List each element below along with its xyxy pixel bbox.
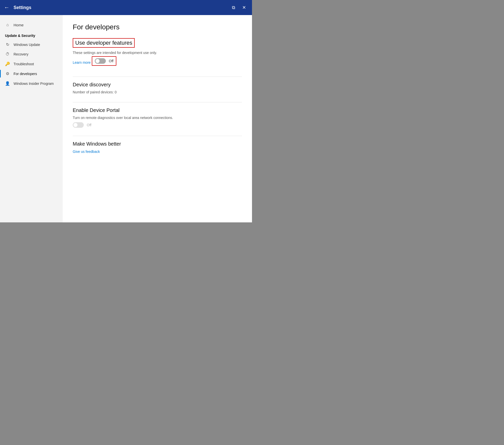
- sidebar-item-label: Windows Insider Program: [14, 82, 54, 86]
- developer-toggle-label: Off: [109, 59, 113, 63]
- device-discovery-title: Device discovery: [73, 82, 242, 88]
- sidebar-item-recovery[interactable]: ⏱ Recovery: [0, 49, 63, 59]
- toggle-thumb: [96, 59, 100, 63]
- developer-toggle-container: Off: [92, 56, 116, 66]
- home-icon: ⌂: [5, 23, 10, 27]
- toggle-track: [95, 58, 106, 64]
- sidebar-item-troubleshoot[interactable]: 🔑 Troubleshoot: [0, 59, 63, 69]
- sidebar-item-windows-update[interactable]: ↻ Windows Update: [0, 40, 63, 49]
- sidebar-item-label: Recovery: [14, 52, 28, 56]
- content-area: For developers Use developer features Th…: [63, 15, 252, 222]
- enable-device-portal-section: Enable Device Portal Turn on remote diag…: [73, 107, 242, 128]
- use-developer-features-description: These settings are intended for developm…: [73, 51, 242, 55]
- sidebar-item-home[interactable]: ⌂ Home: [0, 20, 63, 30]
- for-developers-icon: ⚙: [5, 71, 10, 76]
- main-area: ⌂ Home Update & Security ↻ Windows Updat…: [0, 15, 252, 222]
- device-discovery-section: Device discovery Number of paired device…: [73, 82, 242, 94]
- sidebar: ⌂ Home Update & Security ↻ Windows Updat…: [0, 15, 63, 222]
- recovery-icon: ⏱: [5, 52, 10, 56]
- developer-toggle[interactable]: [95, 58, 106, 64]
- use-developer-features-section: Use developer features These settings ar…: [73, 38, 242, 69]
- sidebar-item-label: For developers: [14, 72, 37, 76]
- close-button[interactable]: ✕: [240, 4, 248, 11]
- sidebar-item-label: Windows Update: [14, 43, 40, 47]
- title-bar-controls: ⧉ ✕: [230, 4, 248, 11]
- settings-window: ← Settings ⧉ ✕ ⌂ Home Update & Security …: [0, 0, 252, 222]
- sidebar-home-label: Home: [14, 23, 24, 27]
- device-portal-toggle-label: Off: [87, 123, 91, 127]
- device-portal-toggle[interactable]: [73, 122, 84, 128]
- title-bar: ← Settings ⧉ ✕: [0, 0, 252, 15]
- back-button[interactable]: ←: [4, 4, 10, 11]
- snap-button[interactable]: ⧉: [230, 4, 237, 11]
- windows-insider-icon: 👤: [5, 81, 10, 86]
- learn-more-link[interactable]: Learn more: [73, 60, 91, 65]
- give-feedback-link[interactable]: Give us feedback: [73, 150, 100, 154]
- make-windows-better-title: Make Windows better: [73, 141, 242, 147]
- sidebar-item-for-developers[interactable]: ⚙ For developers: [0, 69, 63, 79]
- divider-2: [73, 102, 242, 102]
- enable-device-portal-title: Enable Device Portal: [73, 107, 242, 113]
- device-portal-toggle-track: [73, 122, 84, 128]
- sidebar-item-windows-insider[interactable]: 👤 Windows Insider Program: [0, 79, 63, 88]
- windows-update-icon: ↻: [5, 42, 10, 47]
- paired-devices-label: Number of paired devices: 0: [73, 90, 242, 94]
- troubleshoot-icon: 🔑: [5, 61, 10, 66]
- divider-3: [73, 136, 242, 136]
- use-developer-features-title: Use developer features: [75, 40, 132, 46]
- title-bar-title: Settings: [14, 5, 31, 10]
- sidebar-section-title: Update & Security: [0, 30, 63, 40]
- sidebar-item-label: Troubleshoot: [14, 62, 34, 66]
- page-title: For developers: [73, 23, 242, 31]
- device-portal-toggle-thumb: [73, 123, 77, 127]
- title-bar-left: ← Settings: [4, 4, 230, 11]
- make-windows-better-section: Make Windows better Give us feedback: [73, 141, 242, 158]
- device-portal-description: Turn on remote diagnostics over local ar…: [73, 116, 242, 120]
- device-portal-toggle-container: Off: [73, 122, 242, 128]
- divider-1: [73, 77, 242, 77]
